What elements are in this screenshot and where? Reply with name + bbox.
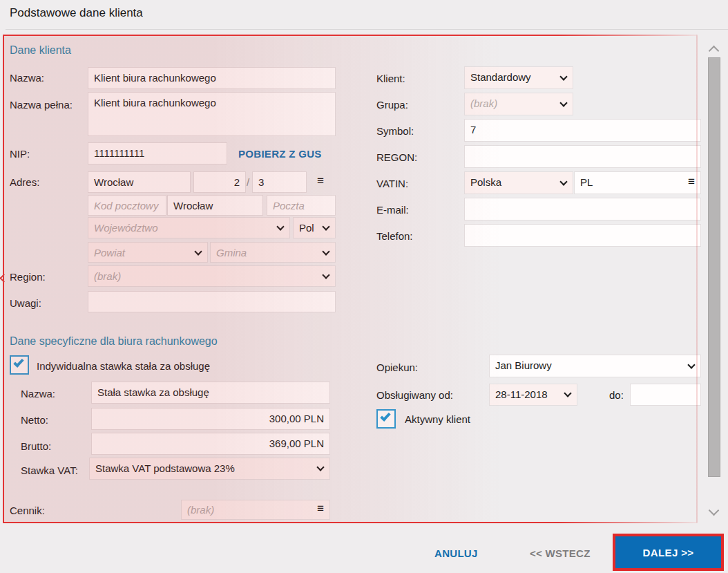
scroll-up-icon[interactable] <box>709 46 720 57</box>
grupa-select[interactable]: (brak) <box>465 93 573 115</box>
chevron-down-icon <box>559 178 567 185</box>
opiekun-select[interactable]: Jan Biurowy <box>490 355 700 377</box>
opiekun-label: Opiekun: <box>376 361 418 373</box>
vatin-input[interactable]: PL≡ <box>575 172 700 194</box>
chevron-down-icon <box>194 247 202 255</box>
adres-nr-lokalu-input[interactable]: 3 <box>253 172 306 192</box>
chevron-down-icon <box>687 361 695 368</box>
aktywny-klient-label: Aktywny klient <box>405 413 470 425</box>
nazwa-pelna-label: Nazwa pełna: <box>10 99 73 111</box>
stawka-nazwa-label: Nazwa: <box>21 388 55 400</box>
regon-label: REGON: <box>376 151 417 163</box>
obslugiwany-od-date-select[interactable]: 28-11-2018 <box>490 384 577 405</box>
region-select[interactable]: (brak) <box>88 266 335 286</box>
adres-nr-domu-input[interactable]: 2 <box>194 172 245 192</box>
do-label: do: <box>609 389 624 401</box>
gmina-select[interactable]: Gmina <box>211 243 335 262</box>
nazwa-label: Nazwa: <box>10 72 44 84</box>
nip-label: NIP: <box>10 148 30 160</box>
nip-input[interactable]: 1111111111 <box>88 143 227 164</box>
pobierz-z-gus-button[interactable]: POBIERZ Z GUS <box>238 148 322 160</box>
stawka-vat-select[interactable]: Stawka VAT podstawowa 23% <box>90 458 329 479</box>
stawka-nazwa-input[interactable]: Stała stawka za obsługę <box>92 382 329 403</box>
miejscowosc-input[interactable]: Wrocław <box>168 196 262 215</box>
section-dane-specyficzne: Dane specyficzne dla biura rachunkowego <box>10 335 218 348</box>
scroll-down-icon[interactable] <box>709 505 720 516</box>
symbol-label: Symbol: <box>376 125 414 137</box>
poczta-input[interactable]: Poczta <box>267 196 335 215</box>
chevron-down-icon <box>559 99 567 106</box>
cennik-menu-icon[interactable]: ≡ <box>317 502 324 515</box>
chevron-down-icon <box>322 271 329 279</box>
stawka-vat-label: Stawka VAT: <box>21 464 78 476</box>
checkmark-icon <box>380 411 390 422</box>
email-input[interactable] <box>465 198 700 220</box>
wstecz-button[interactable]: << WSTECZ <box>530 547 591 559</box>
klient-label: Klient: <box>376 73 405 84</box>
uwagi-label: Uwagi: <box>10 297 41 309</box>
powiat-select[interactable]: Powiat <box>88 243 207 262</box>
scrollbar-thumb[interactable] <box>708 57 720 477</box>
dalej-button-highlight: DALEJ >> <box>613 534 724 571</box>
section-dane-klienta: Dane klienta <box>10 44 71 57</box>
region-label: Region: <box>10 271 46 283</box>
cennik-label: Cennik: <box>10 505 45 516</box>
uwagi-input[interactable] <box>88 292 335 312</box>
vatin-label: VATIN: <box>376 178 408 189</box>
vatin-menu-icon[interactable]: ≡ <box>688 176 695 188</box>
do-date-input[interactable] <box>631 384 700 405</box>
adres-label: Adres: <box>10 176 39 188</box>
grupa-label: Grupa: <box>376 99 408 111</box>
kraj-select[interactable]: Pol <box>294 218 335 238</box>
stawka-stala-checkbox-label: Indywidualna stawka stała za obsługę <box>37 360 210 372</box>
chevron-down-icon <box>322 223 329 230</box>
chevron-down-icon <box>276 223 284 230</box>
email-label: E-mail: <box>376 204 409 216</box>
telefon-label: Telefon: <box>376 230 413 242</box>
regon-input[interactable] <box>465 146 700 167</box>
anuluj-button[interactable]: ANULUJ <box>434 547 478 559</box>
wojewodztwo-select[interactable]: Województwo <box>88 218 289 238</box>
header-divider <box>6 29 728 30</box>
chevron-down-icon <box>559 73 567 80</box>
brutto-input[interactable]: 369,00 PLN <box>92 433 329 454</box>
netto-label: Netto: <box>21 414 48 426</box>
cennik-select[interactable]: (brak)≡ <box>182 500 329 519</box>
nazwa-pelna-textarea[interactable]: Klient biura rachunkowego <box>88 93 335 135</box>
nazwa-input[interactable]: Klient biura rachunkowego <box>88 68 335 88</box>
telefon-input[interactable] <box>465 225 700 246</box>
red-left-marker-icon <box>0 274 8 283</box>
klient-select[interactable]: Standardowy <box>465 67 573 88</box>
dalej-button[interactable]: DALEJ >> <box>615 536 721 568</box>
adres-separator: / <box>247 176 249 188</box>
page-title: Podstawowe dane klienta <box>10 6 143 20</box>
chevron-down-icon <box>316 463 324 471</box>
adres-miasto-input[interactable]: Wrocław <box>88 172 190 192</box>
stawka-stala-checkbox[interactable] <box>10 355 29 375</box>
netto-input[interactable]: 300,00 PLN <box>92 408 329 429</box>
kod-pocztowy-input[interactable]: Kod pocztowy <box>88 196 166 215</box>
chevron-down-icon <box>564 389 571 397</box>
symbol-input[interactable]: 7 <box>465 120 700 141</box>
checkmark-icon <box>13 357 23 368</box>
obslugiwany-od-label: Obsługiwany od: <box>376 389 453 401</box>
aktywny-klient-checkbox[interactable] <box>376 409 396 429</box>
brutto-label: Brutto: <box>21 440 51 452</box>
adres-menu-icon[interactable]: ≡ <box>317 175 324 187</box>
chevron-down-icon <box>322 247 329 255</box>
vatin-kraj-select[interactable]: Polska <box>465 172 573 194</box>
